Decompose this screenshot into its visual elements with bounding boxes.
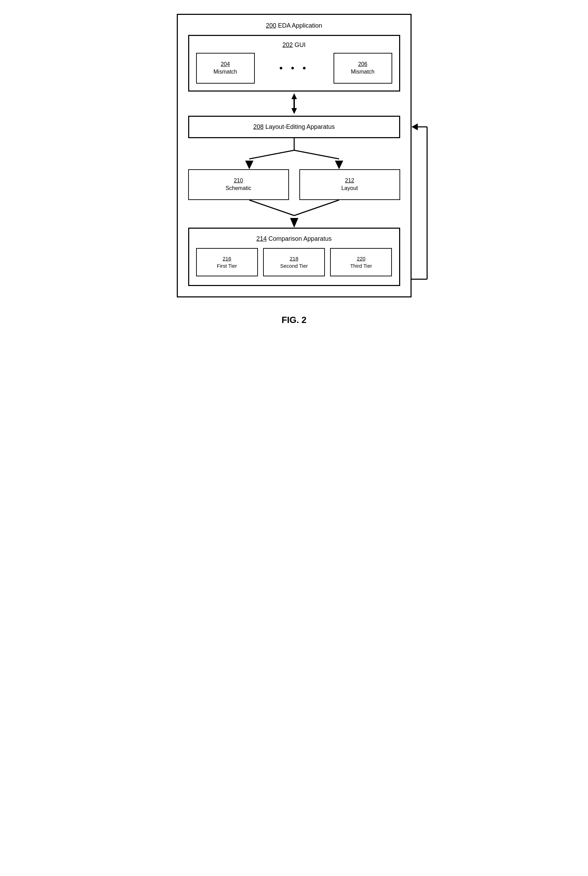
gui-label: 202 GUI [196, 41, 392, 49]
converge-arrows [188, 200, 400, 228]
comparison-title: Comparison Apparatus [268, 235, 332, 242]
svg-line-4 [249, 150, 294, 159]
svg-marker-0 [291, 93, 297, 99]
third-tier-label: Third Tier [334, 262, 388, 269]
fig-label: FIG. 2 [281, 315, 306, 325]
feedback-arrow [412, 14, 429, 298]
layout-editing-ref: 208 [253, 123, 264, 130]
eda-title: EDA Application [278, 22, 322, 29]
fork-arrows [188, 138, 400, 169]
layout-editing-title: Layout-Editing Apparatus [265, 123, 334, 130]
first-tier-ref: 216 [200, 255, 254, 262]
mismatch2-ref: 206 [343, 60, 383, 68]
layout-ref: 212 [309, 177, 391, 185]
second-tier-ref: 218 [267, 255, 321, 262]
fork-arrows-svg [208, 138, 381, 169]
svg-marker-1 [291, 108, 297, 114]
mismatch1-box: 204 Mismatch [196, 53, 255, 84]
second-tier-label: Second Tier [267, 262, 321, 269]
diagram-container: 200 EDA Application 202 GUI 204 Mismatch… [177, 14, 412, 298]
schematic-label: Schematic [198, 185, 280, 192]
feedback-arrow-container [412, 14, 429, 298]
svg-marker-10 [290, 218, 298, 228]
mismatch1-label: Mismatch [206, 68, 246, 76]
layout-box: 212 Layout [299, 169, 400, 200]
gui-box: 202 GUI 204 Mismatch • • • 206 Mismatch [188, 35, 400, 91]
gui-ref: 202 [282, 41, 293, 48]
third-tier-ref: 220 [334, 255, 388, 262]
mismatch2-label: Mismatch [343, 68, 383, 76]
gui-to-layout-arrow [188, 92, 400, 116]
schematic-box: 210 Schematic [188, 169, 289, 200]
svg-marker-7 [335, 161, 343, 169]
comparison-ref: 214 [256, 235, 267, 242]
dots: • • • [255, 63, 333, 74]
svg-line-5 [294, 150, 339, 159]
eda-label: 200 EDA Application [188, 22, 400, 30]
layout-editing-box: 208 Layout-Editing Apparatus [188, 116, 400, 138]
layout-editing-label: 208 Layout-Editing Apparatus [196, 123, 392, 131]
gui-title: GUI [294, 41, 306, 48]
mismatch1-ref: 204 [206, 60, 246, 68]
mismatch2-box: 206 Mismatch [333, 53, 392, 84]
gui-inner: 204 Mismatch • • • 206 Mismatch [196, 53, 392, 84]
converge-arrows-svg [208, 200, 381, 228]
layout-label: Layout [309, 185, 391, 192]
first-tier-box: 216 First Tier [196, 248, 258, 276]
comparison-box: 214 Comparison Apparatus 216 First Tier … [188, 228, 400, 286]
third-tier-box: 220 Third Tier [330, 248, 392, 276]
schematic-ref: 210 [198, 177, 280, 185]
two-boxes: 210 Schematic 212 Layout [188, 169, 400, 200]
tier-boxes: 216 First Tier 218 Second Tier 220 Third… [196, 248, 392, 276]
comparison-label: 214 Comparison Apparatus [196, 235, 392, 243]
second-tier-box: 218 Second Tier [263, 248, 325, 276]
first-tier-label: First Tier [200, 262, 254, 269]
svg-rect-2 [294, 98, 295, 109]
double-arrow-svg [284, 92, 304, 116]
svg-line-8 [249, 200, 294, 216]
eda-ref: 200 [266, 22, 276, 29]
svg-marker-6 [245, 161, 254, 169]
eda-application-box: 200 EDA Application 202 GUI 204 Mismatch… [177, 14, 412, 298]
svg-line-9 [294, 200, 339, 216]
svg-marker-14 [412, 123, 418, 130]
